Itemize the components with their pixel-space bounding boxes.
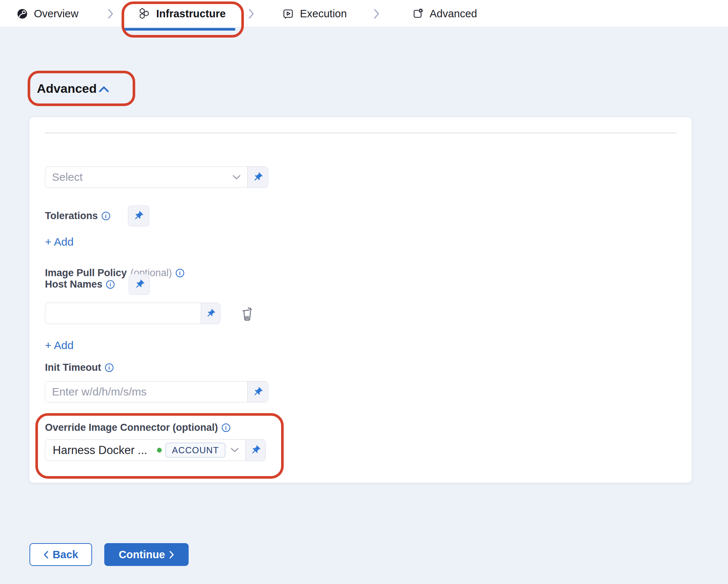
tolerations-add-link[interactable]: + Add — [45, 236, 74, 248]
init-timeout-field[interactable] — [45, 381, 247, 402]
host-names-add-link[interactable]: + Add — [45, 339, 74, 352]
active-tab-underline — [124, 28, 235, 31]
select-field[interactable]: Select — [45, 167, 247, 187]
connector-scope-badge: ACCOUNT — [165, 443, 226, 458]
chevron-right-icon — [248, 9, 254, 19]
pin-button[interactable] — [245, 440, 265, 461]
tab-label: Infrastructure — [156, 8, 226, 20]
advanced-section-title: Advanced — [37, 81, 97, 96]
chevron-right-icon — [108, 9, 113, 19]
info-icon[interactable] — [222, 423, 230, 432]
tolerations-label-row: Tolerations — [45, 205, 149, 226]
info-icon[interactable] — [102, 212, 110, 220]
back-button-label: Back — [53, 549, 78, 561]
init-timeout-field-group — [45, 381, 268, 402]
continue-button-label: Continue — [119, 549, 165, 561]
card-top-divider — [45, 133, 677, 133]
stage-tabs-bar: Overview Infrastructure Execution — [0, 0, 728, 27]
pin-icon — [133, 211, 144, 221]
pin-icon — [206, 309, 216, 319]
pin-icon — [252, 387, 263, 397]
tab-advanced[interactable]: Advanced — [412, 0, 477, 27]
trash-icon — [240, 306, 254, 321]
tab-label: Advanced — [430, 8, 477, 20]
tolerations-label: Tolerations — [45, 210, 98, 222]
pin-button[interactable] — [247, 167, 268, 187]
host-names-label-row: Host Names — [45, 274, 150, 295]
override-image-connector-label: Override Image Connector (optional) — [45, 422, 218, 433]
tab-overview[interactable]: Overview — [17, 0, 78, 27]
chevron-right-icon — [169, 551, 174, 559]
pin-icon — [252, 172, 263, 183]
advanced-tab-icon — [412, 8, 424, 20]
host-name-input[interactable] — [52, 303, 194, 324]
execution-icon — [282, 8, 294, 20]
init-timeout-label-row: Init Timeout — [45, 362, 113, 373]
tab-infrastructure[interactable]: Infrastructure — [138, 0, 226, 27]
chevron-down-icon — [231, 448, 239, 453]
advanced-section-toggle[interactable]: Advanced — [37, 81, 110, 96]
tab-label: Overview — [34, 8, 78, 20]
pin-button[interactable] — [129, 274, 150, 295]
tab-execution[interactable]: Execution — [282, 0, 347, 27]
chevron-up-icon — [98, 85, 110, 94]
delete-host-name-button[interactable] — [240, 306, 254, 323]
host-names-label: Host Names — [45, 279, 102, 290]
select-placeholder: Select — [52, 171, 83, 183]
pin-icon — [250, 445, 261, 455]
advanced-settings-card: Image Pull Policy (optional) Select Tole… — [29, 117, 692, 483]
info-icon[interactable] — [106, 280, 115, 289]
chevron-left-icon — [43, 551, 48, 559]
connector-status-dot — [157, 448, 162, 453]
info-icon[interactable] — [105, 363, 113, 372]
info-icon[interactable] — [176, 269, 184, 277]
back-button[interactable]: Back — [29, 543, 92, 566]
infrastructure-icon — [138, 8, 150, 20]
image-pull-policy-select[interactable]: Select — [45, 166, 268, 188]
pin-button[interactable] — [128, 205, 149, 226]
host-name-field[interactable] — [45, 303, 201, 324]
host-name-field-group — [45, 303, 220, 324]
pin-button[interactable] — [247, 381, 268, 402]
chevron-right-icon — [374, 9, 379, 19]
tab-label: Execution — [300, 8, 347, 20]
override-image-connector-label-row: Override Image Connector (optional) — [45, 422, 230, 433]
pin-button[interactable] — [201, 303, 220, 324]
chevron-down-icon — [232, 175, 241, 180]
continue-button[interactable]: Continue — [104, 543, 189, 566]
connector-value: Harness Docker ... — [53, 444, 147, 457]
connector-field[interactable]: Harness Docker ... ACCOUNT — [45, 440, 245, 461]
override-image-connector-select[interactable]: Harness Docker ... ACCOUNT — [45, 439, 266, 461]
init-timeout-input[interactable] — [52, 381, 241, 402]
pin-icon — [134, 279, 145, 290]
overview-icon — [17, 8, 28, 20]
init-timeout-label: Init Timeout — [45, 362, 101, 373]
